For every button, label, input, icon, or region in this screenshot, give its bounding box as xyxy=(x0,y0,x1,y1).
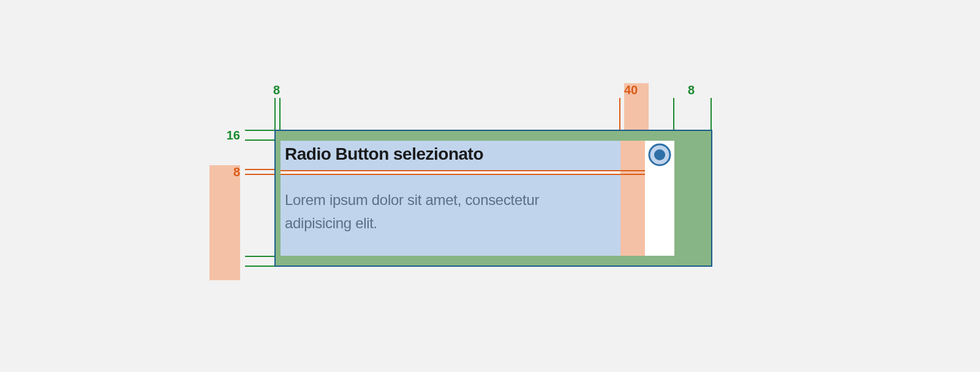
padding-right-label: 8 xyxy=(688,83,695,97)
guide-line xyxy=(619,98,620,135)
margin-between-label: 8 xyxy=(209,165,240,280)
guide-line xyxy=(279,98,281,135)
radio-card[interactable]: Radio Button selezionato Lorem ipsum dol… xyxy=(274,130,712,267)
spec-canvas: 8 8 40 16 16 8 Radio Button selezionato … xyxy=(0,0,980,372)
margin-region xyxy=(620,141,645,256)
padding-region xyxy=(281,256,706,266)
radio-title: Radio Button selezionato xyxy=(285,144,483,164)
radio-selected-icon[interactable] xyxy=(648,143,671,166)
margin-separator xyxy=(281,170,645,175)
padding-left-label: 8 xyxy=(273,83,280,97)
padding-region xyxy=(674,131,711,266)
guide-line xyxy=(673,98,674,135)
guide-line xyxy=(274,98,276,135)
svg-point-1 xyxy=(654,149,665,160)
padding-top-label: 16 xyxy=(209,128,240,143)
guide-line xyxy=(710,98,712,135)
padding-region xyxy=(281,131,706,141)
padding-region xyxy=(276,131,281,266)
radio-description: Lorem ipsum dolor sit amet, consectetur … xyxy=(285,188,609,236)
